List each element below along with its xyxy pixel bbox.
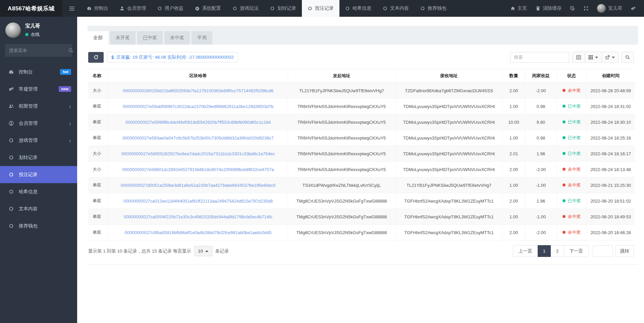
block-hash-link[interactable]: 000000000280150d21bd6502593e7fa127810036…: [123, 88, 274, 93]
tab-1[interactable]: 未开奖: [110, 31, 136, 45]
nav-item-6[interactable]: 投注记录: [302, 0, 339, 17]
to-address-cell: TDMoLyuuwys3SpHtDTpoVVUWNVUsvXCRHt: [395, 99, 502, 114]
menu-badge: new: [59, 86, 71, 92]
tab-2[interactable]: 已中奖: [137, 31, 163, 45]
nav-item-8[interactable]: 文本内容: [377, 0, 415, 17]
column-header[interactable]: 名称: [88, 69, 108, 83]
jump-page-input[interactable]: [593, 246, 613, 257]
tab-4[interactable]: 平局: [192, 31, 212, 45]
sidebar-item-label: 常规管理: [19, 86, 38, 92]
amount-cell: 1.00: [502, 130, 525, 146]
profit-cell: -2.00: [525, 83, 557, 99]
bet-type-cell: 单双: [88, 225, 108, 240]
nav-item-7[interactable]: 哈希信息: [339, 0, 377, 17]
language-button[interactable]: 文: [566, 0, 579, 17]
prev-page-button[interactable]: 上一页: [513, 245, 538, 257]
sidebar-item-7[interactable]: 哈希信息: [0, 183, 77, 200]
profit-cell: -2.00: [525, 162, 557, 177]
chevron-left-icon: ‹: [69, 103, 71, 109]
sidebar-item-5[interactable]: 划转记录: [0, 149, 77, 166]
table-search-input[interactable]: [510, 52, 569, 63]
per-page-select[interactable]: 10: [194, 246, 212, 256]
circle-icon: [383, 6, 387, 11]
refresh-button[interactable]: [88, 52, 104, 63]
table-row: 单双00000000027d0051a250be3d81a6e52a230b7a…: [88, 177, 635, 193]
fullscreen-button[interactable]: [579, 0, 593, 17]
block-hash-link[interactable]: 00000000027d0051a250be3d81a6e52a230b7aa4…: [121, 183, 276, 188]
sidebar-item-4[interactable]: 游戏管理‹: [0, 132, 77, 149]
search-button[interactable]: [621, 52, 634, 63]
column-header[interactable]: 区块哈希: [108, 69, 288, 83]
jump-button[interactable]: 跳转: [615, 245, 634, 257]
status-dot-icon: [562, 199, 566, 202]
toolbar-right: [510, 52, 634, 63]
to-address-cell: TGFHbnfS2AwcgXAdspT8KL3W1ZEuyMTTc1: [395, 193, 502, 209]
usercircle-icon: [8, 121, 14, 126]
from-address-cell: TL21YB1FyJPNKSiiwJ5QUw9TfE6etvVHg7: [288, 83, 395, 99]
page-number-button[interactable]: 2: [551, 245, 564, 257]
bet-type-cell: 单双: [88, 193, 108, 209]
menu-search-input[interactable]: [9, 48, 68, 53]
block-hash-link[interactable]: 00000000027e59abf08967c3022dca2370b29edf…: [123, 104, 273, 109]
sidebar-item-8[interactable]: 文本内容: [0, 200, 77, 217]
tab-0[interactable]: 全部: [88, 31, 108, 45]
sidebar-item-2[interactable]: 权限管理‹: [0, 98, 77, 115]
block-hash-link[interactable]: 00000000027ca012ee1184f44051af91ff22113a…: [123, 199, 273, 204]
sidebar-username: 宝儿哥: [25, 23, 40, 29]
sidebar-item-6[interactable]: 投注记录: [0, 166, 77, 183]
export-icon: [605, 55, 610, 60]
from-address-cell: TMg6CrUES3nVpVJSG2N5kGsFgTxwG88888: [288, 209, 395, 225]
block-hash-link[interactable]: 00000000027e58601dc2692e5527915b6b18c607…: [122, 167, 274, 172]
brand-logo[interactable]: A8567哈希娱乐城: [0, 0, 62, 17]
nav-item-0[interactable]: 控制台: [81, 0, 114, 17]
sidebar-item-0[interactable]: 控制台hot: [0, 63, 77, 80]
nav-item-3[interactable]: 系统配置: [189, 0, 227, 17]
block-hash-link[interactable]: 00000000027ca0004f220b71e30c3c49815335dc…: [124, 214, 272, 219]
nav-item-9[interactable]: 推荐钱包: [415, 0, 452, 17]
columns-button[interactable]: [585, 52, 602, 63]
sidebar-user-panel: 宝儿哥 在线: [0, 17, 77, 42]
to-address-cell: TL21YB1FyJPNKSiiwJ5QUw9TfE6etvVHg7: [395, 177, 502, 193]
column-header[interactable]: 发起地址: [288, 69, 395, 83]
export-button[interactable]: [601, 52, 619, 63]
online-dot-icon: [25, 33, 29, 36]
column-header[interactable]: 数量: [502, 69, 525, 83]
tab-3[interactable]: 未中奖: [164, 31, 190, 45]
block-hash-link[interactable]: 00000000027e593ae0a047c6c5b57b253b00c730…: [122, 136, 274, 141]
pager: 上一页 12 下一页 跳转: [513, 245, 634, 257]
circle-icon: [8, 138, 14, 143]
column-header[interactable]: 创建时间: [586, 69, 635, 83]
home-link[interactable]: 主页: [506, 0, 531, 17]
settings-button[interactable]: [627, 0, 640, 17]
page-number-button[interactable]: 1: [538, 245, 551, 257]
nav-item-2[interactable]: 用户收益: [152, 0, 189, 17]
toggle-view-button[interactable]: [572, 52, 585, 63]
amount-cell: 1.00: [502, 177, 525, 193]
created-time-cell: 2022-06-20 18:49:53: [586, 209, 635, 225]
chevron-left-icon: ‹: [69, 120, 71, 126]
bet-type-cell: 单双: [88, 130, 108, 146]
nav-item-5[interactable]: 划转记录: [264, 0, 302, 17]
column-header[interactable]: 接收地址: [395, 69, 502, 83]
nav-item-1[interactable]: 会员管理: [114, 0, 152, 17]
block-hash-link[interactable]: 00000000027e58905282927bc8ea7dadc2015a73…: [121, 151, 275, 156]
next-page-button[interactable]: 下一页: [564, 245, 589, 257]
clear-cache-button[interactable]: 清除缓存: [531, 0, 566, 17]
user-icon: [120, 6, 124, 11]
column-header[interactable]: 闲家收益: [525, 69, 557, 83]
block-hash-link[interactable]: 00000000027c9fba05918bfb96aff1e0a4b28b47…: [125, 230, 272, 235]
sidebar-toggle-icon[interactable]: [62, 0, 81, 17]
nav-item-label: 文本内容: [390, 5, 409, 11]
status-dot-icon: [562, 168, 566, 171]
user-menu[interactable]: 宝儿哥: [593, 0, 627, 17]
column-header[interactable]: 状态: [557, 69, 586, 83]
block-hash-link[interactable]: 00000000027e5999f6c4dcf4fef0818d5542920b…: [125, 120, 271, 125]
nav-item-4[interactable]: 游戏玩法: [227, 0, 264, 17]
sidebar-item-3[interactable]: 会员管理‹: [0, 115, 77, 132]
amount-cell: 1.00: [502, 99, 525, 114]
sidebar-item-9[interactable]: 推荐钱包: [0, 217, 77, 234]
nav-item-label: 控制台: [94, 5, 108, 11]
profit-cell: 1.96: [525, 193, 557, 209]
nav-item-label: 会员管理: [127, 5, 146, 11]
sidebar-item-1[interactable]: 常规管理new: [0, 80, 77, 98]
